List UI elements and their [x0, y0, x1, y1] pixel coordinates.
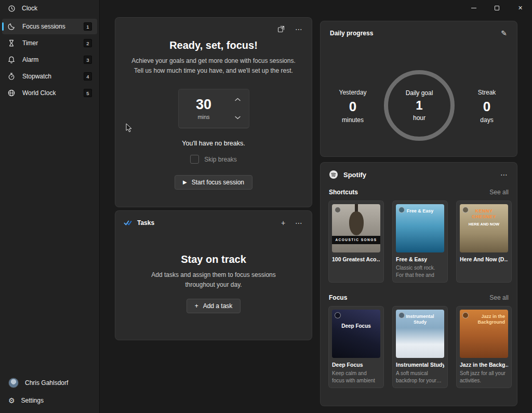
yesterday-stat: Yesterday 0 minutes	[327, 89, 379, 124]
tasks-card: Tasks + ⋯ Stay on track Add tasks and as…	[115, 210, 312, 340]
spotify-mini-icon	[335, 207, 341, 213]
playlist-tile[interactable]: Instrumental Study Instrumental Study A …	[392, 306, 448, 388]
add-task-label: Add a task	[203, 302, 233, 310]
avatar	[8, 378, 19, 388]
sidebar-item-world-clock[interactable]: World Clock 5	[2, 85, 97, 101]
playlist-subtitle: Soft jazz for all your activities.	[460, 370, 508, 384]
settings-label: Settings	[21, 397, 44, 404]
spotify-more-button[interactable]: ⋯	[496, 168, 512, 181]
sidebar-item-label: Stopwatch	[22, 73, 51, 80]
user-account-row[interactable]: Chris Gahlsdorf	[2, 375, 97, 391]
world-clock-icon	[7, 89, 16, 97]
duration-display: 30 mins	[179, 89, 229, 128]
focus-see-all-link[interactable]: See all	[489, 294, 509, 301]
minimize-button[interactable]	[462, 0, 485, 16]
duration-stepper[interactable]: 30 mins	[178, 89, 249, 128]
playlist-cover-art: KENNY CHESNEY HERE AND NOW	[460, 204, 508, 252]
playlist-cover-art: ACOUSTIC SONGS	[332, 204, 380, 252]
sidebar-item-label: World Clock	[22, 89, 56, 97]
sidebar-item-label: Alarm	[22, 56, 38, 63]
playlist-subtitle: Keep calm and focus with ambient and…	[332, 370, 380, 384]
chevron-up-icon	[235, 98, 241, 101]
start-button-label: Start focus session	[192, 179, 244, 186]
start-focus-session-button[interactable]: ▶ Start focus session	[175, 175, 252, 190]
sidebar-item-timer[interactable]: Timer 2	[2, 35, 97, 51]
skip-breaks-checkbox[interactable]	[190, 155, 199, 164]
stopwatch-icon	[7, 72, 16, 81]
sidebar-footer: Chris Gahlsdorf ⚙ Settings	[0, 374, 99, 410]
focus-description: Achieve your goals and get more done wit…	[126, 56, 301, 75]
playlist-title: Jazz in the Backg…	[460, 362, 508, 368]
sidebar-item-stopwatch[interactable]: Stopwatch 4	[2, 69, 97, 84]
goal-value: 1	[416, 99, 422, 112]
sidebar-item-label: Focus sessions	[22, 23, 65, 30]
streak-stat: Streak 0 days	[461, 89, 513, 124]
spotify-mini-icon	[335, 312, 341, 318]
clock-app-icon	[7, 4, 16, 12]
playlist-tile[interactable]: KENNY CHESNEY HERE AND NOW Here And Now …	[456, 201, 512, 283]
focus-heading: Ready, set, focus!	[115, 39, 312, 51]
accesskey-badge: 4	[84, 72, 92, 81]
focus-section-title: Focus	[329, 294, 347, 301]
tasks-description: Add tasks and assign them to focus sessi…	[143, 270, 284, 289]
playlist-subtitle: Classic soft rock. For that free and eas…	[396, 264, 444, 279]
playlist-title: Instrumental Study	[396, 362, 444, 368]
playlist-tile[interactable]: ACOUSTIC SONGS 100 Greatest Aco…	[328, 201, 384, 283]
popout-button[interactable]	[273, 22, 289, 36]
window-controls: ×	[462, 0, 532, 16]
more-options-button[interactable]: ⋯	[291, 22, 307, 36]
goal-label: Daily goal	[406, 89, 433, 97]
sidebar: Clock Focus sessions 1 Timer 2 Alarm 3	[0, 0, 100, 413]
playlist-tile[interactable]: Deep Focus Deep Focus Keep calm and focu…	[328, 306, 384, 388]
daily-progress-title: Daily progress	[330, 30, 373, 37]
play-icon: ▶	[183, 180, 187, 185]
pencil-icon: ✎	[501, 29, 507, 37]
edit-goal-button[interactable]: ✎	[496, 26, 512, 40]
app-title: Clock	[22, 5, 37, 12]
playlist-tile[interactable]: Free & Easy Free & Easy Classic soft roc…	[392, 201, 448, 283]
sidebar-nav: Focus sessions 1 Timer 2 Alarm 3 Stopwat…	[0, 19, 99, 101]
add-a-task-button[interactable]: + Add a task	[187, 299, 241, 313]
duration-increase-button[interactable]	[229, 91, 247, 108]
tasks-heading: Stay on track	[115, 254, 312, 265]
daily-goal-stat: Daily goal 1 hour	[378, 64, 461, 147]
streak-value: 0	[461, 99, 513, 114]
maximize-icon	[495, 6, 499, 10]
goal-unit: hour	[413, 114, 425, 122]
sidebar-item-focus-sessions[interactable]: Focus sessions 1	[2, 19, 97, 34]
sidebar-item-settings[interactable]: ⚙ Settings	[2, 392, 97, 409]
yesterday-unit: minutes	[327, 116, 379, 124]
tasks-title: Tasks	[137, 219, 154, 227]
close-icon: ×	[518, 4, 522, 11]
chevron-down-icon	[235, 116, 241, 119]
playlist-cover-art: Jazz in the Background	[460, 310, 508, 358]
close-button[interactable]: ×	[509, 0, 532, 16]
plus-icon: +	[195, 302, 198, 310]
yesterday-label: Yesterday	[327, 89, 379, 96]
playlist-cover-art: Free & Easy	[396, 204, 444, 252]
more-icon: ⋯	[500, 170, 508, 179]
playlist-title: Here And Now (D…	[460, 256, 508, 262]
maximize-button[interactable]	[485, 0, 509, 16]
playlist-title: 100 Greatest Aco…	[332, 256, 380, 262]
playlist-tile[interactable]: Jazz in the Background Jazz in the Backg…	[456, 306, 512, 388]
add-task-icon-button[interactable]: +	[275, 216, 291, 230]
spotify-logo-icon	[329, 170, 338, 179]
breaks-note: You'll have no breaks.	[115, 140, 312, 147]
shortcuts-see-all-link[interactable]: See all	[489, 189, 509, 196]
sidebar-item-alarm[interactable]: Alarm 3	[2, 52, 97, 68]
accesskey-badge: 3	[84, 56, 92, 64]
shortcuts-section-title: Shortcuts	[329, 189, 358, 196]
accesskey-badge: 2	[84, 39, 92, 47]
tasks-more-button[interactable]: ⋯	[291, 216, 307, 230]
more-icon: ⋯	[295, 219, 302, 227]
alarm-bell-icon	[7, 56, 16, 64]
minimize-icon	[471, 8, 476, 8]
user-name: Chris Gahlsdorf	[25, 379, 68, 387]
yesterday-value: 0	[327, 99, 379, 114]
daily-progress-card: Daily progress ✎ Daily goal 1 hour Yeste…	[320, 21, 517, 157]
todo-check-icon	[124, 219, 132, 227]
skip-breaks-label: Skip breaks	[204, 156, 237, 163]
playlist-cover-art: Deep Focus	[332, 310, 380, 358]
duration-decrease-button[interactable]	[229, 110, 247, 126]
